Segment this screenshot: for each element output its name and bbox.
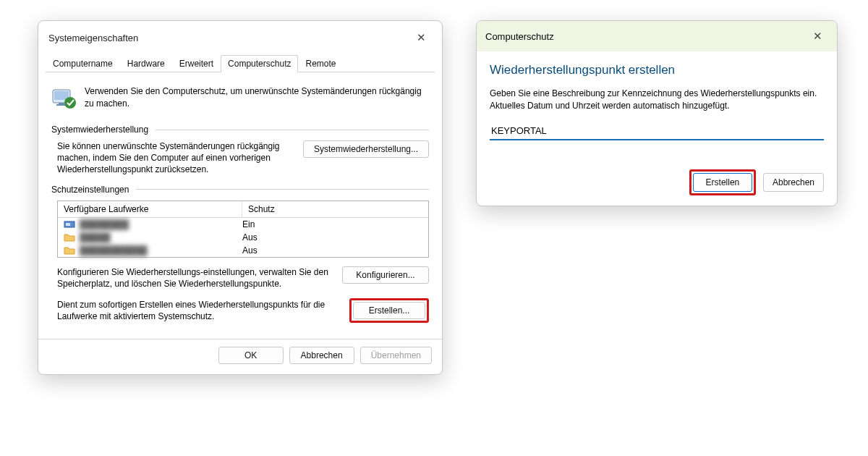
- table-header: Verfügbare Laufwerke Schutz: [58, 201, 428, 218]
- protection-status: Aus: [242, 245, 422, 256]
- divider: [136, 189, 429, 190]
- create-restore-point-button[interactable]: Erstellen...: [353, 302, 425, 319]
- tab-computername[interactable]: Computername: [46, 55, 120, 72]
- tab-content: Verwenden Sie den Computerschutz, um une…: [38, 72, 442, 339]
- table-row[interactable]: ███████████ Aus: [58, 244, 428, 257]
- protection-status: Aus: [242, 232, 422, 242]
- table-row[interactable]: █████ Aus: [58, 231, 428, 244]
- col-drives: Verfügbare Laufwerke: [58, 201, 242, 217]
- create-description: Dient zum sofortigen Erstellen eines Wie…: [57, 299, 341, 322]
- drives-table: Verfügbare Laufwerke Schutz ████████ Ein…: [57, 200, 429, 258]
- tab-erweitert[interactable]: Erweitert: [172, 55, 221, 72]
- dialog-heading: Wiederherstellungspunkt erstellen: [490, 63, 824, 77]
- system-restore-button[interactable]: Systemwiederherstellung...: [303, 140, 429, 158]
- drive-name: ███████████: [80, 245, 148, 256]
- tab-hardware[interactable]: Hardware: [120, 55, 172, 72]
- window-title: Computerschutz: [485, 31, 554, 42]
- restore-description: Sie können unerwünschte Systemänderungen…: [51, 140, 294, 176]
- disk-icon: [64, 219, 75, 229]
- svg-rect-2: [59, 103, 64, 104]
- create-button[interactable]: Erstellen: [693, 173, 752, 192]
- close-icon[interactable]: ✕: [807, 27, 828, 46]
- close-icon[interactable]: ✕: [411, 28, 432, 47]
- highlight-box: Erstellen...: [349, 298, 429, 323]
- drive-name: ████████: [80, 219, 129, 229]
- dialog-description: Geben Sie eine Beschreibung zur Kennzeic…: [490, 88, 824, 112]
- configure-button[interactable]: Konfigurieren...: [342, 266, 429, 284]
- section-schutzeinstellungen: Schutzeinstellungen: [51, 185, 429, 195]
- folder-icon: [64, 232, 75, 242]
- svg-point-4: [64, 97, 76, 109]
- tabs: Computername Hardware Erweitert Computer…: [46, 54, 435, 72]
- intro-row: Verwenden Sie den Computerschutz, um une…: [51, 85, 429, 111]
- titlebar: Systemeigenschaften ✕: [38, 21, 442, 54]
- restore-point-name-input[interactable]: [490, 122, 824, 140]
- folder-icon: [64, 245, 75, 256]
- svg-rect-6: [66, 223, 70, 226]
- section-title: Systemwiederherstellung: [51, 124, 148, 135]
- cancel-button[interactable]: Abbrechen: [763, 173, 824, 192]
- cancel-button[interactable]: Abbrechen: [289, 347, 354, 364]
- section-title: Schutzeinstellungen: [51, 185, 129, 195]
- window-title: Systemeigenschaften: [48, 33, 138, 43]
- divider: [156, 130, 429, 130]
- ok-button[interactable]: OK: [218, 347, 284, 364]
- dialog-buttons: Erstellen Abbrechen: [490, 169, 824, 195]
- table-row[interactable]: ████████ Ein: [58, 218, 428, 231]
- intro-text: Verwenden Sie den Computerschutz, um une…: [85, 85, 429, 110]
- apply-button: Übernehmen: [360, 347, 432, 364]
- system-properties-dialog: Systemeigenschaften ✕ Computername Hardw…: [38, 20, 443, 375]
- section-systemwiederherstellung: Systemwiederherstellung: [51, 124, 429, 135]
- tab-remote[interactable]: Remote: [298, 55, 343, 72]
- tab-computerschutz[interactable]: Computerschutz: [221, 55, 298, 72]
- shield-monitor-icon: [51, 85, 77, 111]
- create-restore-point-dialog: Computerschutz ✕ Wiederherstellungspunkt…: [476, 20, 838, 206]
- drive-name: █████: [80, 232, 111, 242]
- titlebar: Computerschutz ✕: [477, 21, 837, 51]
- protection-status: Ein: [242, 219, 422, 229]
- dialog-footer: OK Abbrechen Übernehmen: [38, 339, 442, 374]
- configure-description: Konfigurieren Sie Wiederherstellungs-ein…: [57, 266, 333, 290]
- col-protection: Schutz: [242, 201, 428, 217]
- highlight-box: Erstellen: [689, 169, 756, 195]
